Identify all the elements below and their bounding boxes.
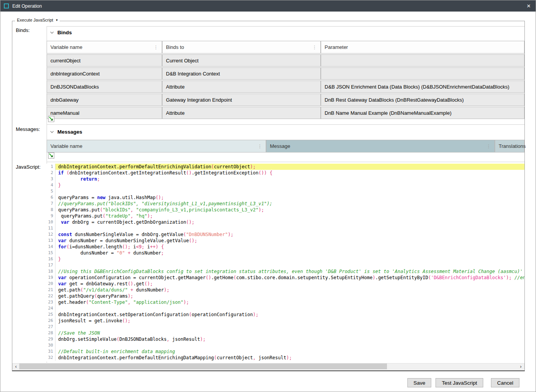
code-line[interactable]: 14for(i=dunsNumber.length(); i<9; i++) {: [47, 244, 524, 250]
edit-operation-dialog: Edit Operation × Execute JavaScript ▾ Bi…: [0, 0, 536, 392]
horizontal-scrollbar[interactable]: ‹ ›: [12, 363, 524, 370]
cancel-button[interactable]: Cancel: [491, 378, 519, 387]
line-number: 9: [47, 213, 55, 219]
column-header-label: Variable name: [50, 143, 82, 149]
table-cell-variable[interactable]: currentObject: [47, 54, 162, 67]
code-line[interactable]: 2if (dnbIntegrationContext.getIntegratio…: [47, 170, 524, 176]
binds-section-header[interactable]: Binds: [50, 30, 72, 35]
code-text: queryParams.put("tradeUp", "hq");: [55, 213, 524, 219]
column-header[interactable]: Message⋮: [266, 140, 495, 152]
table-cell-parameter[interactable]: DnB Rest Gateway DataBlocks (DnBRestGate…: [321, 94, 524, 106]
operation-type-dropdown[interactable]: Execute JavaScript ▾: [15, 18, 60, 22]
code-line[interactable]: 3 return;: [47, 176, 524, 182]
code-text: [55, 305, 524, 312]
code-line[interactable]: 20var get = dnbGateway.rest().get();: [47, 281, 524, 287]
column-header-label: Variable name: [50, 44, 82, 50]
code-line[interactable]: 8queryParams.put("blockIDs", "companyinf…: [47, 207, 524, 213]
code-line[interactable]: 17: [47, 262, 524, 268]
code-line[interactable]: 11: [47, 225, 524, 231]
code-text: [55, 324, 524, 330]
binds-table: Variable name⋮Binds to⋮Parameter current…: [47, 40, 524, 120]
code-line[interactable]: 9 queryParams.put("tradeUp", "hq");: [47, 213, 524, 219]
section-divider: [47, 124, 524, 125]
dialog-button-row: Save Test JavaScript Cancel: [403, 378, 519, 387]
code-line[interactable]: 32dnbIntegrationContext.performDefaultEn…: [47, 355, 524, 361]
javascript-editor[interactable]: 1dnbIntegrationContext.performDefaultEnr…: [47, 164, 524, 362]
table-row: dnbIntegrationContextD&B Integration Con…: [47, 67, 524, 80]
code-text: //queryParams.put("blockIDs", "diversity…: [55, 201, 524, 207]
line-number: 6: [47, 194, 55, 201]
code-line[interactable]: 28//Save the JSON: [47, 330, 524, 336]
code-line[interactable]: 30: [47, 342, 524, 348]
column-header[interactable]: Translations: [495, 140, 524, 152]
table-cell-variable[interactable]: dnbIntegrationContext: [47, 67, 162, 80]
column-menu-icon[interactable]: ⋮: [312, 45, 317, 50]
save-button[interactable]: Save: [407, 378, 432, 387]
code-line[interactable]: 19var operationConfiguration = currentOb…: [47, 275, 524, 281]
messages-section-header[interactable]: Messages: [50, 129, 82, 135]
code-line[interactable]: 22get.pathQuery(queryParams);: [47, 293, 524, 299]
table-cell-parameter[interactable]: DnB Name Manual Example (DnBNameManualEx…: [321, 107, 524, 119]
line-number: 32: [47, 355, 55, 361]
code-line[interactable]: 12const dunsNumberSingleValue = dnbOrg.g…: [47, 231, 524, 238]
test-javascript-button[interactable]: Test JavaScript: [435, 378, 483, 387]
code-line[interactable]: 25dnbIntegrationContext.setOperationConf…: [47, 312, 524, 318]
scroll-left-icon[interactable]: ‹: [13, 364, 19, 369]
table-cell-binds_to[interactable]: Attribute: [162, 80, 321, 93]
line-number: 29: [47, 336, 55, 342]
column-header[interactable]: Variable name⋮: [47, 41, 162, 54]
column-header[interactable]: Parameter: [321, 41, 524, 54]
code-text: var dunsNumber = dunsNumberSingleValue.g…: [55, 238, 524, 244]
code-line[interactable]: 10 var dnbOrg = currentObject.getDnbOrga…: [47, 219, 524, 225]
column-menu-icon[interactable]: ⋮: [258, 144, 262, 149]
table-cell-parameter[interactable]: [321, 54, 524, 67]
code-line[interactable]: 6queryParams = new java.util.HashMap();: [47, 194, 524, 201]
column-menu-icon[interactable]: ⋮: [486, 144, 491, 149]
table-row: dnbGatewayGateway Integration EndpointDn…: [47, 94, 524, 106]
table-cell-variable[interactable]: nameManual: [47, 107, 162, 119]
code-line[interactable]: 4}: [47, 182, 524, 188]
messages-label: Messages:: [16, 126, 40, 132]
table-cell-binds_to[interactable]: Current Object: [162, 54, 321, 67]
close-icon[interactable]: ×: [522, 0, 536, 12]
line-number: 14: [47, 244, 55, 250]
code-text: var dnbOrg = currentObject.getDnbOrganiz…: [55, 219, 524, 225]
column-header[interactable]: Variable name⋮: [47, 140, 266, 152]
table-cell-parameter[interactable]: D&B JSON Enrichment Data (Data Blocks) (…: [321, 80, 524, 93]
code-line[interactable]: 27: [47, 324, 524, 330]
scroll-right-icon[interactable]: ›: [518, 364, 524, 369]
code-line[interactable]: 29dnbOrg.setSimpleValue(DnBJSONDataBlock…: [47, 336, 524, 342]
scrollbar-thumb[interactable]: [19, 364, 387, 369]
add-row-icon[interactable]: [48, 152, 54, 159]
table-cell-binds_to[interactable]: Gateway Integration Endpoint: [162, 94, 321, 106]
table-cell-variable[interactable]: DnBJSONDataBlocks: [47, 80, 162, 93]
table-cell-binds_to[interactable]: D&B Integration Context: [162, 67, 321, 80]
line-number: 16: [47, 256, 55, 262]
code-line[interactable]: 21get.path("/v1/data/duns/" + dunsNumber…: [47, 287, 524, 293]
code-line[interactable]: 5: [47, 188, 524, 194]
code-line[interactable]: 15 dunsNumber = "0" + dunsNumber;: [47, 250, 524, 256]
column-header-label: Message: [270, 143, 290, 149]
table-cell-binds_to[interactable]: Attribute: [162, 107, 321, 119]
code-line[interactable]: 26jsonResult = get.invoke();: [47, 318, 524, 324]
code-text: }: [55, 182, 524, 188]
scrollbar-track[interactable]: [19, 364, 518, 369]
code-line[interactable]: 13var dunsNumber = dunsNumberSingleValue…: [47, 238, 524, 244]
add-row-icon[interactable]: [48, 116, 54, 122]
code-line[interactable]: 31//Default built-in enrichment data map…: [47, 348, 524, 355]
code-line[interactable]: 7//queryParams.put("blockIDs", "diversit…: [47, 201, 524, 207]
code-text: var operationConfiguration = currentObje…: [55, 275, 524, 281]
code-line[interactable]: 18//Using this D&BEnrichConfigDataBlocks…: [47, 268, 524, 275]
code-line[interactable]: 16}: [47, 256, 524, 262]
code-line[interactable]: 24: [47, 305, 524, 312]
line-number: 3: [47, 176, 55, 182]
table-cell-parameter[interactable]: [321, 67, 524, 80]
table-cell-variable[interactable]: dnbGateway: [47, 94, 162, 106]
code-text: [55, 342, 524, 348]
column-menu-icon[interactable]: ⋮: [154, 45, 158, 50]
column-header[interactable]: Binds to⋮: [162, 41, 321, 54]
titlebar: Edit Operation ×: [0, 0, 536, 12]
code-line[interactable]: 23get.header("Content-Type", "applicatio…: [47, 299, 524, 305]
line-number: 10: [47, 219, 55, 225]
code-line[interactable]: 1dnbIntegrationContext.performDefaultEnr…: [47, 164, 524, 170]
